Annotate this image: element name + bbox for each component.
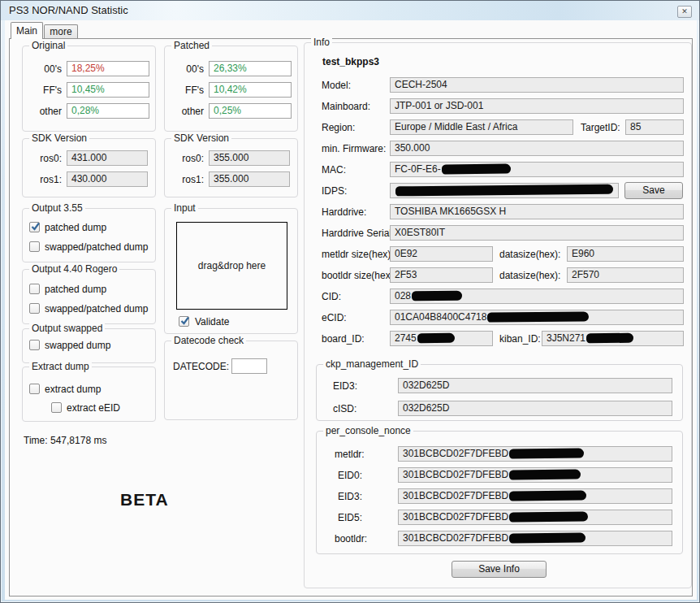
nonce-eid0-field[interactable]: 301BCBCD02F7DFEBD	[398, 467, 672, 483]
group-title: ckp_management_ID	[323, 358, 421, 370]
min-firmware-field[interactable]: 350.000	[390, 141, 684, 156]
field-label: ros1:	[170, 174, 204, 185]
model-field[interactable]: CECH-2504	[390, 77, 684, 93]
cid-field[interactable]: 028	[390, 288, 684, 304]
group-title: Extract dump	[29, 361, 92, 372]
group-title: Output swapped	[29, 323, 105, 334]
idps-field[interactable]	[390, 183, 619, 198]
swapped-patched-dump-440-checkbox[interactable]	[29, 303, 40, 314]
group-datecode: Datecode check DATECODE:	[164, 341, 298, 420]
titlebar: PS3 NOR/NAND Statistic ✕	[1, 1, 699, 20]
field-label: datasize(hex):	[499, 270, 560, 281]
field-value: 10,42%	[214, 84, 247, 95]
kiban-id-field[interactable]: 3J5N271	[542, 331, 684, 346]
group-title: Output 3.55	[29, 202, 85, 214]
original-ffs-field[interactable]: 10,45%	[67, 82, 149, 98]
check-icon	[30, 221, 41, 232]
nonce-metldr-field[interactable]: 301BCBCD02F7DFEBD	[398, 446, 672, 462]
checkbox-label: swapped/patched dump	[45, 241, 148, 253]
field-value: 01CA04B8400C4718	[395, 311, 486, 323]
ckp-cisd-field[interactable]: 032D625D	[398, 401, 672, 416]
field-value: 301BCBCD02F7DFEBD	[403, 532, 508, 544]
save-idps-button[interactable]: Save	[624, 182, 683, 199]
field-value: FC-0F-E6-	[395, 163, 441, 175]
field-label: ros0:	[170, 153, 204, 164]
ckp-eid3-field[interactable]: 032D625D	[398, 378, 672, 393]
mac-field[interactable]: FC-0F-E6-	[390, 162, 684, 177]
field-value: 0,28%	[71, 105, 99, 116]
field-label: CID:	[322, 291, 341, 302]
field-value: Europe / Middle East / Africa	[395, 121, 517, 132]
field-label: Harddrive Serial:	[322, 228, 394, 239]
check-icon	[179, 315, 191, 327]
group-output-440: Output 4.40 Rogero patched dump swapped/…	[22, 269, 156, 324]
field-label: EID3:	[333, 380, 357, 392]
field-value: 301BCBCD02F7DFEBD	[403, 448, 508, 459]
field-value: 0,25%	[214, 105, 241, 116]
tab-main[interactable]: Main	[11, 22, 43, 39]
harddrive-serial-field[interactable]: X0EST80IT	[390, 225, 684, 241]
field-value: 26,33%	[214, 63, 247, 74]
redaction-mark	[487, 311, 589, 322]
checkbox-label: swapped/patched dump	[45, 303, 148, 315]
ecid-field[interactable]: 01CA04B8400C4718	[390, 310, 684, 325]
extract-dump-checkbox[interactable]	[29, 384, 40, 394]
bootldr-datasize-field[interactable]: 2F570	[567, 267, 684, 283]
swapped-patched-dump-355-checkbox[interactable]	[29, 241, 40, 252]
sdk-original-ros0-field[interactable]: 431.000	[67, 150, 148, 166]
close-icon[interactable]: ✕	[677, 6, 692, 18]
validate-checkbox[interactable]	[179, 316, 189, 327]
field-value: 355.000	[214, 173, 248, 184]
dragdrop-label: drag&drop here	[198, 260, 266, 271]
field-value: 2F53	[395, 269, 417, 280]
sdk-patched-ros1-field[interactable]: 355.000	[209, 171, 290, 187]
loaded-file-name: test_bkpps3	[322, 56, 379, 67]
field-label: EID0:	[338, 470, 362, 481]
dragdrop-zone[interactable]: drag&drop here	[176, 222, 287, 310]
field-label: cISD:	[333, 403, 356, 414]
field-value: 2F570	[572, 269, 599, 280]
metldr-datasize-field[interactable]: E960	[567, 246, 684, 262]
metldr-size-field[interactable]: 0E92	[390, 246, 493, 262]
swapped-dump-checkbox[interactable]	[29, 340, 40, 350]
nonce-bootldr-field[interactable]: 301BCBCD02F7DFEBD	[398, 531, 672, 546]
nonce-eid5-field[interactable]: 301BCBCD02F7DFEBD	[398, 510, 672, 525]
original-other-field[interactable]: 0,28%	[67, 103, 149, 119]
patched-00s-field[interactable]: 26,33%	[209, 61, 292, 76]
datecode-input[interactable]	[231, 358, 267, 374]
field-label: 00's	[28, 63, 62, 75]
sdk-original-ros1-field[interactable]: 430.000	[67, 171, 148, 187]
field-label: EID3:	[338, 491, 362, 502]
window-title: PS3 NOR/NAND Statistic	[9, 4, 128, 16]
field-label: bootldr:	[335, 533, 367, 544]
nonce-eid3-field[interactable]: 301BCBCD02F7DFEBD	[398, 488, 672, 504]
beta-watermark: BETA	[120, 490, 169, 510]
group-title: per_console_nonce	[323, 425, 413, 436]
bootldr-size-field[interactable]: 2F53	[390, 267, 493, 283]
field-value: 10,45%	[71, 84, 105, 95]
patched-dump-355-checkbox[interactable]	[29, 222, 40, 232]
checkbox-label: extract dump	[45, 384, 101, 395]
tab-more[interactable]: more	[44, 24, 78, 39]
patched-other-field[interactable]: 0,25%	[209, 103, 292, 119]
field-value: 301BCBCD02F7DFEBD	[403, 511, 508, 523]
group-extract-dump: Extract dump extract dump extract eEID	[22, 367, 156, 422]
field-value: 301BCBCD02F7DFEBD	[403, 469, 508, 480]
redaction-mark	[509, 470, 581, 480]
field-label: ros1:	[28, 174, 62, 185]
harddrive-field[interactable]: TOSHIBA MK1665GSX H	[390, 204, 684, 219]
field-label: metldr:	[335, 449, 365, 460]
field-label: min. Firmware:	[322, 143, 386, 154]
original-00s-field[interactable]: 18,25%	[67, 61, 149, 76]
save-info-button[interactable]: Save Info	[452, 561, 547, 578]
targetid-field[interactable]: 85	[625, 119, 684, 135]
patched-ffs-field[interactable]: 10,42%	[209, 82, 292, 98]
region-field[interactable]: Europe / Middle East / Africa	[390, 119, 573, 135]
board-id-field[interactable]: 2745	[390, 331, 493, 346]
patched-dump-440-checkbox[interactable]	[29, 284, 40, 294]
mainboard-field[interactable]: JTP-001 or JSD-001	[390, 98, 684, 114]
extract-eeid-checkbox[interactable]	[51, 402, 62, 413]
group-title: Output 4.40 Rogero	[29, 263, 119, 275]
group-title: Input	[171, 202, 198, 214]
sdk-patched-ros0-field[interactable]: 355.000	[209, 150, 290, 166]
